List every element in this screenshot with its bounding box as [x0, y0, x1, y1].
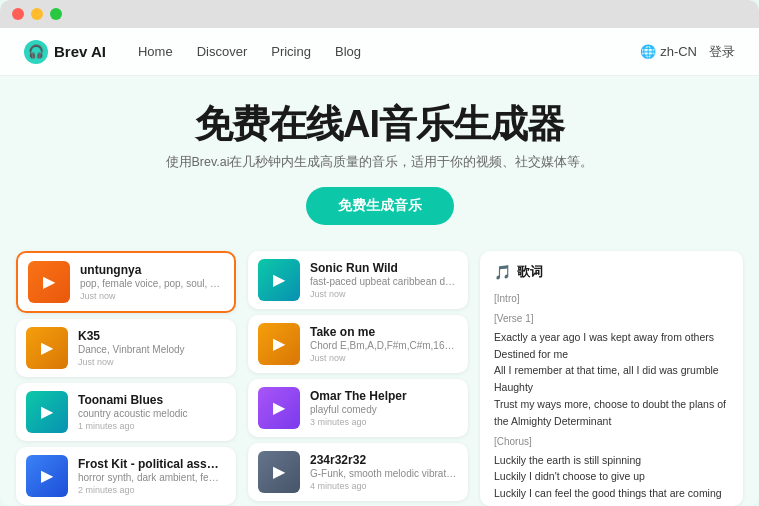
card-thumb: ▶	[258, 451, 300, 493]
close-dot[interactable]	[12, 8, 24, 20]
language-selector[interactable]: 🌐 zh-CN	[640, 44, 697, 59]
lyrics-section-label: [Chorus]	[494, 434, 729, 450]
play-icon: ▶	[41, 402, 53, 421]
card-title: untungnya	[80, 263, 224, 277]
play-icon: ▶	[273, 398, 285, 417]
card-thumb: ▶	[258, 259, 300, 301]
card-title: Frost Kit - political asshole	[78, 457, 226, 471]
card-time: Just now	[78, 357, 226, 367]
card-thumb: ▶	[258, 323, 300, 365]
card-title: Take on me	[310, 325, 458, 339]
card-title: Sonic Run Wild	[310, 261, 458, 275]
content-area: ▶ untungnya pop, female voice, pop, soul…	[0, 243, 759, 506]
nav-blog[interactable]: Blog	[335, 44, 361, 59]
lyrics-section-label: [Verse 1]	[494, 311, 729, 327]
nav-right: 🌐 zh-CN 登录	[640, 43, 735, 61]
music-card-left-0[interactable]: ▶ untungnya pop, female voice, pop, soul…	[16, 251, 236, 313]
lyrics-line: Exactly a year ago I was kept away from …	[494, 329, 729, 346]
nav-links: Home Discover Pricing Blog	[138, 44, 640, 59]
card-thumb: ▶	[26, 391, 68, 433]
play-icon: ▶	[273, 270, 285, 289]
music-card-left-1[interactable]: ▶ K35 Dance, Vinbrant Melody Just now	[16, 319, 236, 377]
lyrics-line: Destined for me	[494, 346, 729, 363]
card-thumb: ▶	[26, 327, 68, 369]
card-info: 234r32r32 G-Funk, smooth melodic vibrato…	[310, 453, 458, 491]
card-info: Toonami Blues country acoustic melodic 1…	[78, 393, 226, 431]
music-card-right-3[interactable]: ▶ 234r32r32 G-Funk, smooth melodic vibra…	[248, 443, 468, 501]
app-container: 🎧 Brev AI Home Discover Pricing Blog 🌐 z…	[0, 28, 759, 506]
music-list-right: ▶ Sonic Run Wild fast-paced upbeat carib…	[248, 251, 468, 506]
card-info: Frost Kit - political asshole horror syn…	[78, 457, 226, 495]
lyrics-line: Luckily I didn't choose to give up	[494, 468, 729, 485]
card-desc: pop, female voice, pop, soul, groovy,...	[80, 278, 224, 289]
card-time: Just now	[310, 289, 458, 299]
logo[interactable]: 🎧 Brev AI	[24, 40, 106, 64]
card-info: Omar The Helper playful comedy 3 minutes…	[310, 389, 458, 427]
card-time: 3 minutes ago	[310, 417, 458, 427]
lyrics-header: 🎵 歌词	[494, 263, 729, 281]
card-title: K35	[78, 329, 226, 343]
music-list-left: ▶ untungnya pop, female voice, pop, soul…	[16, 251, 236, 506]
translate-icon: 🌐	[640, 44, 656, 59]
card-time: 1 minutes ago	[78, 421, 226, 431]
card-thumb: ▶	[28, 261, 70, 303]
card-thumb: ▶	[258, 387, 300, 429]
lyrics-line: Luckily I can feel the good things that …	[494, 485, 729, 502]
card-desc: Chord E,Bm,A,D,F#m,C#m,169 BPM,A-Ha...	[310, 340, 458, 351]
nav-discover[interactable]: Discover	[197, 44, 248, 59]
window-chrome	[0, 0, 759, 28]
card-info: K35 Dance, Vinbrant Melody Just now	[78, 329, 226, 367]
card-info: untungnya pop, female voice, pop, soul, …	[80, 263, 224, 301]
hero-title: 免费在线AI音乐生成器	[20, 104, 739, 146]
maximize-dot[interactable]	[50, 8, 62, 20]
card-info: Sonic Run Wild fast-paced upbeat caribbe…	[310, 261, 458, 299]
card-title: Toonami Blues	[78, 393, 226, 407]
card-desc: playful comedy	[310, 404, 458, 415]
music-card-right-2[interactable]: ▶ Omar The Helper playful comedy 3 minut…	[248, 379, 468, 437]
hero-section: 免费在线AI音乐生成器 使用Brev.ai在几秒钟内生成高质量的音乐，适用于你的…	[0, 76, 759, 243]
lyrics-line: the Almighty Determinant	[494, 413, 729, 430]
play-icon: ▶	[273, 462, 285, 481]
card-title: 234r32r32	[310, 453, 458, 467]
nav-pricing[interactable]: Pricing	[271, 44, 311, 59]
music-card-left-3[interactable]: ▶ Frost Kit - political asshole horror s…	[16, 447, 236, 505]
card-time: Just now	[310, 353, 458, 363]
card-desc: Dance, Vinbrant Melody	[78, 344, 226, 355]
lyrics-section-label: [Intro]	[494, 291, 729, 307]
music-card-left-2[interactable]: ▶ Toonami Blues country acoustic melodic…	[16, 383, 236, 441]
card-time: 2 minutes ago	[78, 485, 226, 495]
lyrics-title: 歌词	[517, 263, 543, 281]
card-desc: G-Funk, smooth melodic vibrato vocals, s…	[310, 468, 458, 479]
navbar: 🎧 Brev AI Home Discover Pricing Blog 🌐 z…	[0, 28, 759, 76]
music-card-right-1[interactable]: ▶ Take on me Chord E,Bm,A,D,F#m,C#m,169 …	[248, 315, 468, 373]
card-time: Just now	[80, 291, 224, 301]
logo-icon: 🎧	[24, 40, 48, 64]
card-info: Take on me Chord E,Bm,A,D,F#m,C#m,169 BP…	[310, 325, 458, 363]
card-thumb: ▶	[26, 455, 68, 497]
lyrics-line: Luckily the earth is still spinning	[494, 452, 729, 469]
card-title: Omar The Helper	[310, 389, 458, 403]
login-button[interactable]: 登录	[709, 43, 735, 61]
logo-text: Brev AI	[54, 43, 106, 60]
nav-home[interactable]: Home	[138, 44, 173, 59]
lyrics-panel: 🎵 歌词 [Intro][Verse 1]Exactly a year ago …	[480, 251, 743, 506]
play-icon: ▶	[41, 338, 53, 357]
lang-label: zh-CN	[660, 44, 697, 59]
card-desc: country acoustic melodic	[78, 408, 226, 419]
hero-subtitle: 使用Brev.ai在几秒钟内生成高质量的音乐，适用于你的视频、社交媒体等。	[20, 154, 739, 171]
card-desc: horror synth, dark ambient, female vocal…	[78, 472, 226, 483]
lyrics-line: All I remember at that time, all I did w…	[494, 362, 729, 379]
lyrics-icon: 🎵	[494, 264, 511, 280]
minimize-dot[interactable]	[31, 8, 43, 20]
lyrics-body: [Intro][Verse 1]Exactly a year ago I was…	[494, 291, 729, 506]
lyrics-line: Later	[494, 502, 729, 506]
cta-button[interactable]: 免费生成音乐	[306, 187, 454, 225]
play-icon: ▶	[41, 466, 53, 485]
card-time: 4 minutes ago	[310, 481, 458, 491]
lyrics-line: Haughty	[494, 379, 729, 396]
lyrics-line: Trust my ways more, choose to doubt the …	[494, 396, 729, 413]
music-card-right-0[interactable]: ▶ Sonic Run Wild fast-paced upbeat carib…	[248, 251, 468, 309]
play-icon: ▶	[273, 334, 285, 353]
card-desc: fast-paced upbeat caribbean dance...	[310, 276, 458, 287]
play-icon: ▶	[43, 272, 55, 291]
